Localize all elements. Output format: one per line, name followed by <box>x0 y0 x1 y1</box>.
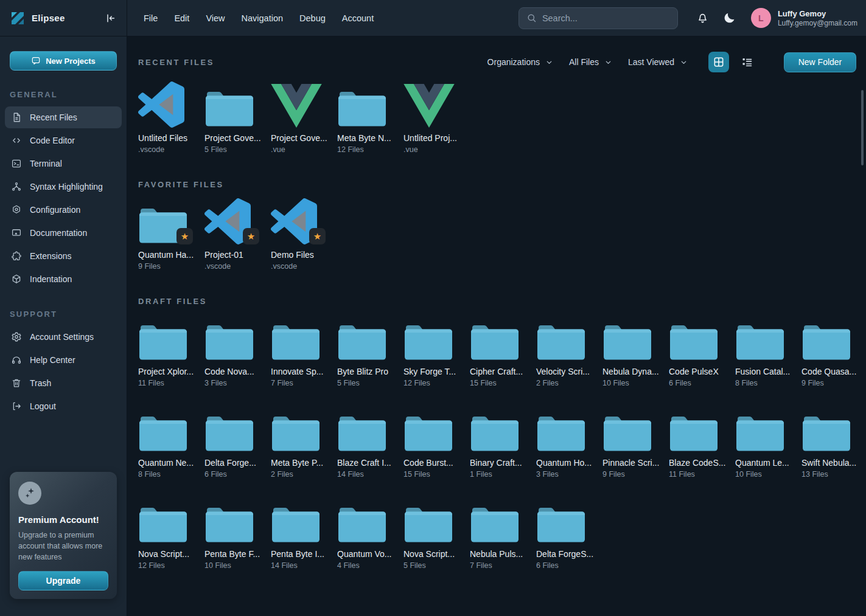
sidebar-item-indentation[interactable]: Indentation <box>5 268 122 290</box>
file-card-project-gove[interactable]: Project Gove...5 Files <box>204 80 262 154</box>
file-card-project-xplor[interactable]: Project Xplor...11 Files <box>138 314 195 387</box>
filter-organizations[interactable]: Organizations <box>487 57 553 67</box>
file-card-project-01[interactable]: ★Project-01.vscode <box>204 197 262 271</box>
sidebar-item-extensions[interactable]: Extensions <box>5 245 122 267</box>
chevron-down-icon <box>680 58 688 66</box>
file-card-code-burst[interactable]: Code Burst...15 Files <box>403 405 461 479</box>
menu-item-debug[interactable]: Debug <box>299 13 326 23</box>
filter-all-files[interactable]: All Files <box>569 57 612 67</box>
file-card-byte-blitz-pro[interactable]: Byte Blitz Pro5 Files <box>337 314 394 387</box>
bell-icon[interactable] <box>696 12 709 24</box>
file-card-nova-script[interactable]: Nova Script...12 Files <box>138 496 195 570</box>
user-chip: L Luffy Gemoy Luffy.gemoy@gmail.com <box>751 8 857 28</box>
file-card-untlited-files[interactable]: Untlited Files.vscode <box>138 80 195 154</box>
file-name: Cipher Craft... <box>470 367 527 376</box>
file-card-blaze-craft-i[interactable]: Blaze Craft I...14 Files <box>337 405 394 479</box>
file-card-code-pulsex[interactable]: Code PulseX6 Files <box>669 314 726 387</box>
file-card-blaze-codes[interactable]: Blaze CodeS...11 Files <box>669 405 726 479</box>
file-card-pinnacle-scri[interactable]: Pinnacle Scri...9 Files <box>602 405 660 479</box>
grid-view-button[interactable] <box>708 52 729 72</box>
file-card-meta-byte-p[interactable]: Meta Byte P...2 Files <box>271 405 328 479</box>
file-name: Nebula Dyna... <box>602 367 660 376</box>
sidebar-item-label: Terminal <box>30 159 62 168</box>
chevron-down-icon <box>604 58 612 66</box>
folder-icon <box>470 506 520 544</box>
file-card-delta-forge[interactable]: Delta Forge...6 Files <box>204 405 262 479</box>
menu-item-file[interactable]: File <box>144 13 158 23</box>
file-meta: 3 Files <box>204 379 262 387</box>
file-meta: 5 Files <box>337 379 394 387</box>
sidebar-item-label: Trash <box>30 378 51 388</box>
file-card-quantum-ha[interactable]: ★Quantum Ha...9 Files <box>138 197 195 271</box>
sidebar-item-recent-files[interactable]: Recent Files <box>5 106 122 128</box>
file-card-code-quasa[interactable]: Code Quasa...9 Files <box>801 314 859 387</box>
file-icon-box <box>403 314 461 361</box>
file-name: Penta Byte I... <box>271 549 328 559</box>
vertical-scrollbar-thumb[interactable] <box>861 90 864 165</box>
sidebar-item-configuration[interactable]: Configuration <box>5 199 122 221</box>
sidebar-item-account-settings[interactable]: Account Settings <box>5 326 122 348</box>
file-card-fusion-catal[interactable]: Fusion Catal...8 Files <box>735 314 792 387</box>
menu-item-view[interactable]: View <box>206 13 225 23</box>
file-card-code-nova[interactable]: Code Nova...3 Files <box>204 314 262 387</box>
file-icon-box <box>403 80 461 128</box>
app-window: Elipsee FileEditViewNavigationDebugAccou… <box>0 0 866 616</box>
file-card-quantum-ne[interactable]: Quantum Ne...8 Files <box>138 405 195 479</box>
sidebar-item-logout[interactable]: Logout <box>5 395 122 417</box>
file-card-quantum-vo[interactable]: Quantum Vo...4 Files <box>337 496 394 570</box>
file-card-cipher-craft[interactable]: Cipher Craft...15 Files <box>470 314 527 387</box>
menu-item-edit[interactable]: Edit <box>174 13 189 23</box>
menu-item-account[interactable]: Account <box>342 13 374 23</box>
file-card-binary-craft[interactable]: Binary Craft...1 Files <box>470 405 527 479</box>
file-card-penta-byte-i[interactable]: Penta Byte I...14 Files <box>271 496 328 570</box>
avatar[interactable]: L <box>751 8 771 28</box>
file-name: Quantum Le... <box>735 458 792 468</box>
main-content: RECENT FILES OrganizationsAll FilesLast … <box>127 36 866 616</box>
upgrade-button[interactable]: Upgrade <box>18 571 108 590</box>
topbar-icons <box>696 12 736 24</box>
sidebar-item-trash[interactable]: Trash <box>5 372 122 394</box>
file-card-swift-nebula[interactable]: Swift Nebula...13 Files <box>801 405 859 479</box>
file-card-nebula-puls[interactable]: Nebula Puls...7 Files <box>470 496 527 570</box>
file-card-nebula-dyna[interactable]: Nebula Dyna...10 Files <box>602 314 660 387</box>
file-icon-box <box>271 314 328 361</box>
file-card-nova-script[interactable]: Nova Script...5 Files <box>403 496 461 570</box>
sidebar-item-code-editor[interactable]: Code Editor <box>5 130 122 151</box>
file-card-quantum-le[interactable]: Quantum Le...10 Files <box>735 405 792 479</box>
new-folder-button[interactable]: New Folder <box>784 52 856 72</box>
file-meta: .vscode <box>204 262 262 271</box>
search-input[interactable] <box>542 13 670 23</box>
sidebar-item-syntax-highlighting[interactable]: Syntax Highlighting <box>5 176 122 198</box>
list-view-icon <box>741 56 753 69</box>
sidebar-item-terminal[interactable]: Terminal <box>5 153 122 175</box>
premium-title: Premium Account! <box>18 514 108 525</box>
folder-icon <box>271 324 321 361</box>
content-controls: OrganizationsAll FilesLast Viewed New Fo… <box>487 52 856 72</box>
file-name: Demo Files <box>271 250 328 260</box>
list-view-button[interactable] <box>736 52 757 72</box>
sidebar-item-documentation[interactable]: Documentation <box>5 222 122 244</box>
file-card-project-gove[interactable]: Project Gove....vue <box>271 80 328 154</box>
folder-icon <box>337 324 387 361</box>
sidebar-collapse-icon[interactable] <box>105 12 117 24</box>
file-meta: 6 Files <box>669 379 726 387</box>
moon-icon[interactable] <box>723 12 736 24</box>
file-card-meta-byte-n[interactable]: Meta Byte N...12 Files <box>337 80 394 154</box>
file-card-demo-files[interactable]: ★Demo Files.vscode <box>271 197 328 271</box>
file-card-quantum-ho[interactable]: Quantum Ho...3 Files <box>536 405 593 479</box>
menu-item-navigation[interactable]: Navigation <box>242 13 284 23</box>
file-name: Meta Byte P... <box>271 458 328 468</box>
file-card-untlited-proj[interactable]: Untlited Proj....vue <box>403 80 461 154</box>
file-card-innovate-sp[interactable]: Innovate Sp...7 Files <box>271 314 328 387</box>
file-card-velocity-scri[interactable]: Velocity Scri...2 Files <box>536 314 593 387</box>
file-card-penta-byte-f[interactable]: Penta Byte F...10 Files <box>204 496 262 570</box>
file-card-delta-forges[interactable]: Delta ForgeS...6 Files <box>536 496 593 570</box>
search-box <box>519 7 678 29</box>
sidebar-item-help-center[interactable]: Help Center <box>5 349 122 371</box>
vue-icon <box>271 84 322 128</box>
filter-last-viewed[interactable]: Last Viewed <box>628 57 688 67</box>
premium-card: Premium Account! Upgrade to a premium ac… <box>10 472 117 599</box>
file-card-sky-forge-t[interactable]: Sky Forge T...12 Files <box>403 314 461 387</box>
new-projects-button[interactable]: New Projects <box>10 51 117 71</box>
file-name: Quantum Ne... <box>138 458 195 468</box>
